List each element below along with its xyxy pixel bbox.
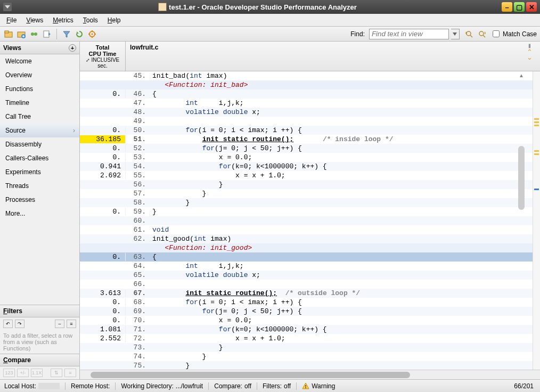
sidebar-item-overview[interactable]: Overview	[0, 68, 79, 82]
source-line[interactable]: 0.53. x = 0.0;	[80, 153, 533, 162]
status-warning[interactable]: Warning	[296, 382, 340, 390]
menu-metrics[interactable]: Metrics	[48, 15, 78, 25]
filter-undo-icon[interactable]: ↶	[3, 320, 13, 328]
source-line[interactable]: 0.59.}	[80, 207, 533, 216]
app-menu-icon[interactable]	[3, 3, 12, 11]
source-line[interactable]: <Function: init_good>	[80, 243, 533, 252]
source-line[interactable]: 74. }	[80, 352, 533, 361]
source-line[interactable]: 75. }	[80, 361, 533, 370]
add-experiment-icon[interactable]	[16, 29, 27, 39]
source-line[interactable]: 0.52. for(j= 0; j < 50; j++) {	[80, 144, 533, 153]
compare-swap-icon[interactable]: ⇅	[51, 369, 62, 377]
find-dropdown-button[interactable]	[451, 29, 460, 39]
source-line[interactable]: 36.18551. init_static_routine(); /* insi…	[80, 135, 533, 144]
sidebar-item-experiments[interactable]: Experiments	[0, 165, 79, 179]
svg-point-4	[31, 32, 34, 36]
source-line[interactable]: 58. }	[80, 198, 533, 207]
source-line[interactable]: 64. int i,j,k;	[80, 262, 533, 271]
compare-mode-2[interactable]: +/-	[17, 369, 29, 377]
sidebar-item-timeline[interactable]: Timeline	[0, 96, 79, 110]
source-line[interactable]: 0.63.{	[80, 252, 533, 262]
menu-views[interactable]: Views	[22, 15, 47, 25]
sidebar-item-more-[interactable]: More...	[0, 207, 79, 220]
source-line[interactable]: 45.init_bad(int imax)	[80, 71, 533, 80]
add-view-button[interactable]: +	[69, 44, 76, 52]
source-line[interactable]: 0.46.{	[80, 89, 533, 99]
sidebar-item-threads[interactable]: Threads	[0, 179, 79, 193]
find-prev-icon[interactable]	[464, 29, 474, 39]
source-line[interactable]: 2.69255. x = x + 1.0;	[80, 171, 533, 180]
source-line[interactable]: 0.70. x = 0.0;	[80, 316, 533, 325]
maximize-button[interactable]: ▢	[514, 2, 525, 12]
titlebar: test.1.er - Oracle Developer Studio Perf…	[0, 0, 540, 14]
connect-icon[interactable]	[29, 29, 39, 39]
source-line[interactable]: 1.08171. for(k=0; k<1000000; k++) {	[80, 325, 533, 334]
sidebar-item-welcome[interactable]: Welcome	[0, 54, 79, 68]
source-line[interactable]: 56. }	[80, 180, 533, 189]
open-experiment-icon[interactable]	[3, 29, 14, 39]
source-line[interactable]: 57. }	[80, 189, 533, 198]
source-line[interactable]: 47. int i,j,k;	[80, 99, 533, 108]
horizontal-scrollbar[interactable]	[80, 370, 540, 379]
file-column-header[interactable]: lowfruit.c	[126, 42, 525, 71]
sidebar-item-call-tree[interactable]: Call Tree	[0, 110, 79, 124]
minimap-mark[interactable]	[534, 150, 539, 152]
filter-clear-icon[interactable]: –	[55, 320, 64, 328]
settings-icon[interactable]	[87, 29, 97, 39]
source-line[interactable]: 49.	[80, 117, 533, 126]
sidebar: Views + WelcomeOverviewFunctionsTimeline…	[0, 42, 80, 379]
header-chevron-down-icon[interactable]: ⌄	[527, 55, 533, 60]
filter-icon[interactable]	[61, 29, 72, 39]
source-line[interactable]: <Function: init_bad>	[80, 80, 533, 89]
source-line[interactable]: 62.init_good(int imax)	[80, 234, 533, 243]
menu-file[interactable]: File	[2, 15, 21, 25]
source-line[interactable]: 48. volatile double x;	[80, 108, 533, 117]
source-line[interactable]: 0.69. for(j= 0; j < 50; j++) {	[80, 307, 533, 316]
source-line[interactable]: 60.	[80, 216, 533, 225]
menu-tools[interactable]: Tools	[79, 15, 102, 25]
source-line[interactable]: 3.61367. init_static_routine(); /* outsi…	[80, 289, 533, 298]
scroll-thumb[interactable]	[518, 146, 525, 210]
filter-menu-icon[interactable]: ≡	[67, 320, 76, 328]
source-line[interactable]: 65. volatile double x;	[80, 271, 533, 280]
minimap-mark[interactable]	[534, 118, 539, 120]
vertical-scrollbar[interactable]: ▲	[518, 71, 525, 370]
scroll-up-icon[interactable]: ▲	[518, 71, 525, 79]
source-line[interactable]: 0.94154. for(k=0; k<1000000; k++) {	[80, 162, 533, 171]
source-line[interactable]: 2.55272. x = x + 1.0;	[80, 334, 533, 343]
source-line[interactable]: 66.	[80, 280, 533, 289]
find-next-icon[interactable]	[477, 29, 487, 39]
sidebar-item-functions[interactable]: Functions	[0, 82, 79, 96]
close-button[interactable]: ✕	[526, 2, 537, 12]
compare-menu-icon[interactable]: ≡	[64, 369, 76, 377]
sidebar-item-callers-callees[interactable]: Callers-Callees	[0, 151, 79, 165]
minimize-button[interactable]: –	[502, 2, 512, 12]
find-input[interactable]	[369, 29, 449, 39]
match-case-checkbox[interactable]	[493, 30, 500, 37]
code-cell: x = 0.0;	[149, 153, 533, 161]
minimap-mark[interactable]	[534, 125, 539, 126]
sidebar-item-processes[interactable]: Processes	[0, 193, 79, 207]
export-icon[interactable]	[42, 29, 52, 39]
source-line[interactable]: 0.50. for(i = 0; i < imax; i ++) {	[80, 126, 533, 135]
hscroll-thumb[interactable]	[91, 372, 410, 378]
compare-mode-1[interactable]: 123	[3, 369, 15, 377]
menu-help[interactable]: Help	[103, 15, 125, 25]
compare-mode-3[interactable]: 1.1X	[31, 369, 43, 377]
overview-strip[interactable]	[533, 71, 540, 370]
line-number: 46.	[126, 90, 149, 98]
source-view[interactable]: 45.init_bad(int imax) <Function: init_ba…	[80, 71, 533, 370]
minimap-mark[interactable]	[534, 121, 539, 123]
svg-point-15	[479, 31, 484, 36]
minimap-mark[interactable]	[534, 189, 539, 190]
sidebar-item-source[interactable]: Source	[0, 124, 79, 137]
filter-redo-icon[interactable]: ↷	[15, 320, 24, 328]
metric-column-header[interactable]: Total CPU Time ⤢ INCLUSIVE sec.	[80, 42, 126, 71]
refresh-icon[interactable]	[74, 29, 85, 39]
minimap-mark[interactable]	[534, 153, 539, 155]
source-line[interactable]: 73. }	[80, 343, 533, 352]
status-working-dir: Working Directory: .../lowfruit	[115, 382, 208, 390]
sidebar-item-disassembly[interactable]: Disassembly	[0, 137, 79, 151]
source-line[interactable]: 0.68. for(i = 0; i < imax; i ++) {	[80, 298, 533, 307]
source-line[interactable]: 61.void	[80, 225, 533, 234]
